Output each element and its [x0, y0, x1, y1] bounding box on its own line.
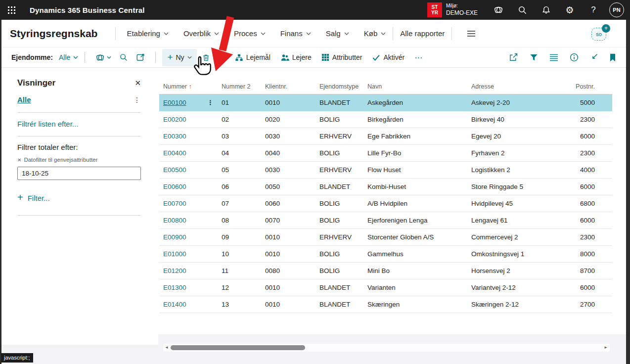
table-row[interactable]: E00100⋮010010BLANDETAskegårdenAskevej 2-… [159, 94, 612, 111]
property-number-link[interactable]: E00800 [163, 217, 186, 224]
property-number-link[interactable]: E00500 [163, 166, 186, 174]
property-number-link[interactable]: E00300 [163, 133, 186, 140]
tenants-button[interactable]: Lejere [275, 49, 316, 66]
environment-badge[interactable]: ST YR Miljø: DEMO-EXE [427, 2, 478, 17]
cell-text: Variantvej 2-12 [471, 284, 516, 291]
page-title: Styringsregnskab [10, 28, 97, 40]
property-number-link[interactable]: E01000 [163, 250, 186, 258]
column-header-adresse[interactable]: Adresse [471, 83, 549, 90]
remove-filter-icon[interactable]: ✕ [17, 157, 21, 163]
list-view-icon[interactable] [549, 54, 558, 61]
delete-button[interactable]: Slet [197, 49, 230, 66]
column-header-nummer2[interactable]: Nummer 2 [222, 83, 265, 90]
new-button[interactable]: + Ny [162, 49, 196, 66]
divider [155, 52, 156, 63]
property-number-link[interactable]: E00700 [163, 200, 186, 207]
nav-item-koeb[interactable]: Køb [364, 29, 386, 38]
focus-mode-icon[interactable] [590, 53, 598, 61]
column-header-postnr[interactable]: Postnr. [549, 83, 595, 90]
cell-text: 6000 [580, 133, 595, 140]
cell-nummer-2: 13 [222, 301, 265, 308]
property-number-link[interactable]: E00100 [163, 99, 186, 106]
more-actions-icon[interactable]: ⋯ [409, 53, 428, 62]
lease-button[interactable]: Lejemål [230, 49, 275, 66]
horizontal-scrollbar[interactable]: ◄ ► [163, 344, 610, 352]
column-header-nummer[interactable]: Nummer ↑ [163, 83, 222, 90]
column-header-klientnr[interactable]: Klientnr. [265, 83, 319, 90]
user-avatar[interactable]: PN [609, 2, 624, 17]
table-row[interactable]: E00200020020BOLIGBirkegårdenBirkevej 402… [159, 111, 612, 128]
date-filter-input[interactable] [17, 167, 141, 180]
nav-item-overblik[interactable]: Overblik [183, 29, 219, 38]
nav-item-proces[interactable]: Proces [234, 29, 266, 38]
nav-item-etablering[interactable]: Etablering [127, 29, 169, 38]
column-header-navn[interactable]: Navn [367, 83, 471, 90]
table-row[interactable]: E00900090010ERHVERVStorcenter Globen A/S… [159, 229, 612, 246]
table-row[interactable]: E00600060050BLANDETKombi-HusetStore Ring… [159, 179, 612, 195]
filter-list-link[interactable]: Filtrér listen efter... [17, 120, 78, 128]
divider [85, 52, 85, 63]
property-number-link[interactable]: E00200 [163, 116, 186, 123]
table-row[interactable]: E00400040040BOLIGLille Fyr-BoFyrhaven 22… [159, 145, 612, 162]
view-options-icon[interactable]: ⋮ [134, 96, 141, 104]
cell-text: Mini Bo [367, 267, 390, 274]
help-icon[interactable]: ? [582, 0, 605, 20]
scroll-right-icon[interactable]: ► [602, 344, 609, 352]
row-context-menu-icon[interactable]: ⋮ [207, 99, 222, 106]
property-number-link[interactable]: E00600 [163, 183, 186, 190]
table-row[interactable]: E00800080070BOLIGEjerforenigen LengaLeng… [159, 212, 612, 229]
copilot-menu-icon[interactable] [91, 53, 115, 62]
property-number-link[interactable]: E00900 [163, 233, 186, 241]
property-number-link[interactable]: E00400 [163, 149, 186, 157]
drilldown-link[interactable]: BLANDET [319, 99, 350, 106]
copilot-icon[interactable] [487, 0, 510, 20]
search-icon[interactable] [510, 0, 534, 20]
teaching-tip-badge[interactable]: so + [591, 26, 609, 41]
filter-icon[interactable] [530, 53, 538, 61]
cell-text: Storcenter Globen A/S [367, 233, 434, 241]
nav-item-salg[interactable]: Salg [326, 29, 349, 38]
cell-ejendomstype: ERHVERV [319, 133, 367, 140]
activate-button[interactable]: Aktivér [367, 49, 409, 66]
table-row[interactable]: E01400130010BLANDETSkæringenSkæringen 2-… [159, 296, 612, 313]
cell-text: 0050 [265, 183, 280, 190]
table-row[interactable]: E00700070060BOLIGA/B HvidpilenHvidpileve… [159, 195, 612, 212]
drilldown-link[interactable]: 5000 [580, 99, 595, 106]
property-number-link[interactable]: E01400 [163, 301, 186, 308]
property-number-link[interactable]: E01200 [163, 267, 186, 274]
view-filter-dropdown[interactable]: Alle [59, 53, 78, 61]
table-row[interactable]: E00300030030ERHVERVEge FabrikkenEgevej 2… [159, 128, 612, 145]
column-header-ejendomstype[interactable]: Ejendomstype [319, 83, 367, 90]
close-pane-icon[interactable]: ✕ [135, 79, 141, 88]
search-list-icon[interactable] [115, 53, 132, 62]
table-row[interactable]: E01000100010BOLIGGammelhusOmkostningsvej… [159, 246, 612, 263]
more-navigation-icon[interactable] [467, 30, 476, 37]
analysis-mode-icon[interactable] [132, 53, 149, 62]
window-edge-right [626, 20, 630, 364]
app-title[interactable]: Dynamics 365 Business Central [30, 6, 145, 14]
scrollbar-thumb[interactable] [171, 345, 305, 350]
property-number-link[interactable]: E01300 [163, 284, 186, 291]
app-launcher-icon[interactable] [0, 0, 23, 20]
add-filter-button[interactable]: + Filter... [17, 193, 141, 202]
table-row[interactable]: E01200110080BOLIGMini BoHorsensvej 28700 [159, 263, 612, 279]
nav-item-alle-rapporter[interactable]: Alle rapporter [400, 29, 445, 38]
cell-text: 12 [222, 284, 229, 291]
settings-gear-icon[interactable]: ⚙ [558, 0, 582, 20]
share-icon[interactable] [509, 53, 518, 62]
info-icon[interactable] [570, 53, 579, 62]
view-all-link[interactable]: Alle [17, 95, 31, 104]
table-row[interactable]: E00500050030ERHVERVFlow HusetLogistikken… [159, 162, 612, 179]
attributes-button[interactable]: Attributter [316, 49, 367, 66]
scroll-left-icon[interactable]: ◄ [163, 344, 170, 352]
bookmark-icon[interactable] [609, 53, 616, 62]
nav-item-finans[interactable]: Finans [280, 29, 311, 38]
cell-postnr: 8700 [549, 267, 595, 274]
table-row[interactable]: E01300120010BLANDETVariantenVariantvej 2… [159, 279, 612, 296]
notifications-icon[interactable] [534, 0, 558, 20]
cell-navn: Flow Huset [367, 166, 471, 174]
date-filter-tag[interactable]: ✕ Datofilter til genvejsattributter [17, 157, 141, 163]
lease-button-label: Lejemål [246, 53, 270, 61]
drilldown-link[interactable]: 0010 [265, 99, 280, 106]
cell-text: ERHVERV [319, 133, 352, 140]
